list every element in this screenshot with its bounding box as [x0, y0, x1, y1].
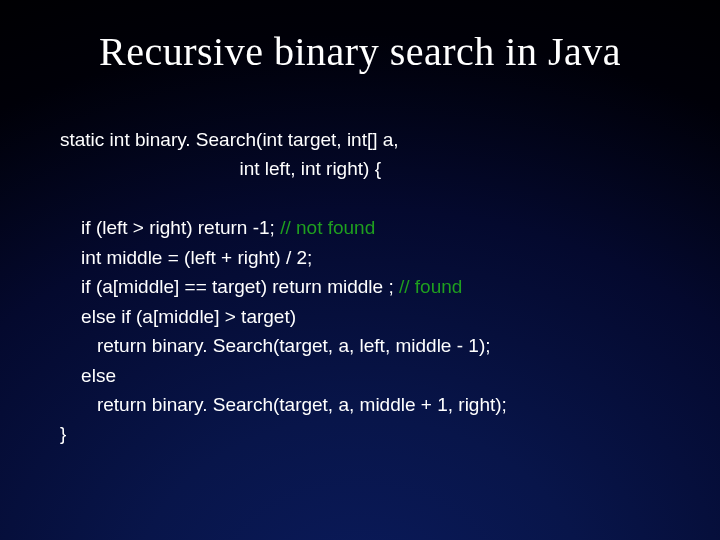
code-line: if (left > right) return -1;: [60, 217, 280, 238]
code-block: static int binary. Search(int target, in…: [60, 125, 660, 449]
code-line: int middle = (left + right) / 2;: [60, 247, 312, 268]
code-comment: // found: [399, 276, 462, 297]
code-line: static int binary. Search(int target, in…: [60, 129, 399, 150]
code-line: return binary. Search(target, a, left, m…: [60, 335, 491, 356]
code-comment: // not found: [280, 217, 375, 238]
slide-title: Recursive binary search in Java: [60, 28, 660, 75]
code-line: else if (a[middle] > target): [60, 306, 296, 327]
code-line: int left, int right) {: [60, 158, 381, 179]
code-line: if (a[middle] == target) return middle ;: [60, 276, 399, 297]
slide: Recursive binary search in Java static i…: [0, 0, 720, 540]
code-line: else: [60, 365, 116, 386]
code-line: }: [60, 423, 66, 444]
code-line: return binary. Search(target, a, middle …: [60, 394, 507, 415]
